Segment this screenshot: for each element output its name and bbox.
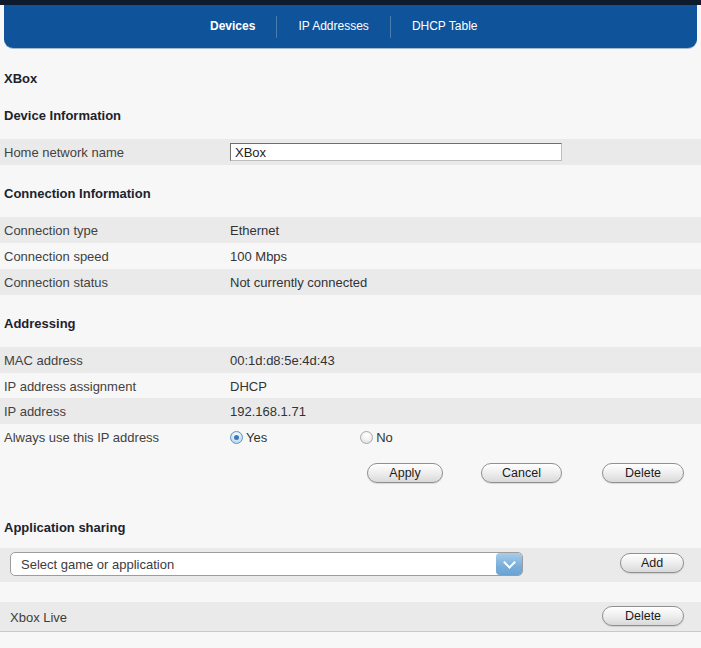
connection-type-row: Connection type Ethernet [0, 217, 701, 243]
connection-speed-label: Connection speed [4, 249, 109, 264]
connection-speed-row: Connection speed 100 Mbps [0, 243, 701, 269]
section-heading-application-sharing: Application sharing [4, 520, 125, 535]
apply-button[interactable]: Apply [367, 463, 443, 483]
section-heading-connection-information: Connection Information [4, 186, 151, 201]
shared-application-name: Xbox Live [10, 610, 67, 625]
home-network-name-label: Home network name [4, 145, 124, 160]
game-application-select-value: Select game or application [21, 557, 174, 572]
radio-no-label: No [376, 430, 393, 445]
mac-address-value: 00:1d:d8:5e:4d:43 [230, 353, 335, 368]
ip-address-row: IP address 192.168.1.71 [0, 398, 701, 424]
radio-option-yes[interactable]: Yes [230, 430, 267, 445]
connection-speed-value: 100 Mbps [230, 249, 287, 264]
connection-status-value: Not currently connected [230, 275, 367, 290]
radio-yes-label: Yes [246, 430, 267, 445]
add-button[interactable]: Add [620, 553, 684, 573]
radio-yes-icon[interactable] [230, 431, 243, 444]
mac-address-row: MAC address 00:1d:d8:5e:4d:43 [0, 347, 701, 373]
always-use-ip-row: Always use this IP address Yes No [0, 424, 701, 450]
ip-assignment-row: IP address assignment DHCP [0, 373, 701, 399]
tab-dhcp-table[interactable]: DHCP Table [391, 5, 499, 48]
main-navbar: Devices IP Addresses DHCP Table [4, 5, 697, 48]
tab-ip-addresses[interactable]: IP Addresses [277, 5, 390, 48]
ip-assignment-label: IP address assignment [4, 379, 136, 394]
ip-address-label: IP address [4, 404, 66, 419]
ip-assignment-value: DHCP [230, 379, 267, 394]
home-network-name-input[interactable] [230, 143, 562, 161]
section-heading-device-information: Device Information [4, 108, 121, 123]
select-arrow-button[interactable] [496, 553, 522, 575]
game-application-select[interactable]: Select game or application [10, 552, 523, 576]
home-network-name-row: Home network name [0, 139, 701, 165]
radio-option-no[interactable]: No [360, 430, 393, 445]
connection-status-row: Connection status Not currently connecte… [0, 269, 701, 295]
radio-no-icon[interactable] [360, 431, 373, 444]
connection-type-value: Ethernet [230, 223, 279, 238]
mac-address-label: MAC address [4, 353, 83, 368]
ip-address-value: 192.168.1.71 [230, 404, 306, 419]
cancel-button[interactable]: Cancel [481, 463, 562, 483]
section-heading-addressing: Addressing [4, 316, 76, 331]
chevron-down-icon [503, 556, 516, 569]
tab-devices[interactable]: Devices [189, 5, 276, 48]
delete-button[interactable]: Delete [602, 463, 684, 483]
page: Devices IP Addresses DHCP Table XBox Dev… [0, 0, 701, 648]
always-use-ip-radio-group: Yes No [230, 424, 393, 450]
shared-application-row: Xbox Live [0, 602, 701, 632]
always-use-ip-label: Always use this IP address [4, 430, 159, 445]
connection-status-label: Connection status [4, 275, 108, 290]
connection-type-label: Connection type [4, 223, 98, 238]
entry-delete-button[interactable]: Delete [602, 606, 684, 626]
page-title: XBox [4, 71, 37, 86]
